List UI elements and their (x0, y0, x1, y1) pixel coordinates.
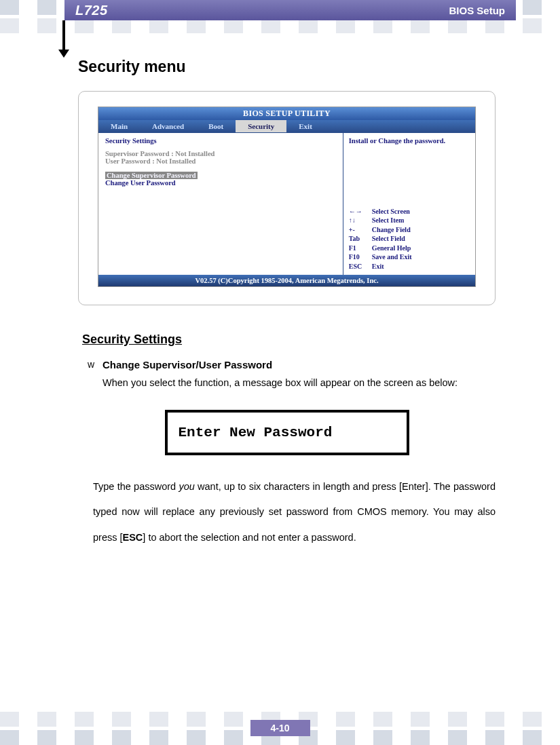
paragraph: Type the password you want, up to six ch… (93, 474, 496, 551)
key: +- (349, 225, 372, 235)
bios-body: Security Settings Supervisor Password : … (98, 132, 475, 275)
bullet-title: Change Supervisor/User Password (102, 359, 272, 370)
key-desc: Select Screen (372, 207, 410, 216)
text: ] to abort the selection and not enter a… (143, 532, 356, 543)
key: ESC (349, 262, 372, 271)
key-desc: Exit (372, 262, 384, 271)
page-number: 4-10 (250, 720, 310, 736)
bios-tab-security[interactable]: Security (236, 120, 286, 132)
paragraph: When you select the function, a message … (102, 370, 496, 396)
bios-help-text: Install or Change the password. (349, 137, 470, 145)
key: F1 (349, 244, 372, 253)
text-bold: ESC (123, 532, 143, 543)
bios-tab-exit[interactable]: Exit (286, 120, 324, 132)
bios-tab-boot[interactable]: Boot (196, 120, 236, 132)
key-desc: Select Item (372, 216, 404, 225)
bios-item-change-user[interactable]: Change User Password (105, 179, 336, 187)
bios-right-pane: Install or Change the password. ←→Select… (343, 133, 475, 275)
bios-item-change-supervisor[interactable]: Change Supervisor Password (105, 172, 198, 179)
bios-screenshot-frame: BIOS SETUP UTILITY Main Advanced Boot Se… (78, 91, 496, 305)
section-title: Security menu (78, 58, 496, 76)
page-header-bar: L725 BIOS Setup (64, 0, 516, 20)
text: Type the password (93, 481, 179, 492)
content-column: Security menu BIOS SETUP UTILITY Main Ad… (78, 58, 496, 698)
bios-tab-main[interactable]: Main (98, 120, 140, 132)
bios-tab-bar: Main Advanced Boot Security Exit (98, 120, 475, 132)
key-desc: General Help (372, 244, 411, 253)
key: ←→ (349, 207, 372, 216)
key-desc: Select Field (372, 234, 405, 244)
bios-window: BIOS SETUP UTILITY Main Advanced Boot Se… (98, 107, 476, 287)
text-italic: you (179, 481, 194, 492)
bios-status-line: Supervisor Password : Not Installed (105, 150, 336, 157)
key-desc: Save and Exit (372, 252, 412, 262)
bios-footer: V02.57 (C)Copyright 1985-2004, American … (98, 275, 475, 286)
decor-strip (0, 18, 560, 33)
password-prompt-box: Enter New Password (165, 410, 409, 455)
bios-title-bar: BIOS SETUP UTILITY (98, 107, 475, 120)
bios-key-legend: ←→Select Screen ↑↓Select Item +-Change F… (349, 207, 470, 271)
key: ↑↓ (349, 216, 372, 225)
bios-tab-advanced[interactable]: Advanced (140, 120, 196, 132)
gutter-arrow-icon (62, 20, 65, 51)
key: Tab (349, 234, 372, 244)
bios-left-pane: Security Settings Supervisor Password : … (98, 133, 343, 275)
bios-section-heading: Security Settings (105, 137, 336, 145)
model-label: L725 (75, 3, 108, 18)
key-desc: Change Field (372, 225, 411, 235)
key: F10 (349, 252, 372, 262)
chapter-label: BIOS Setup (449, 5, 505, 16)
bullet-row: w Change Supervisor/User Password (88, 359, 496, 370)
bios-status-line: User Password : Not Installed (105, 157, 336, 165)
subsection-title: Security Settings (82, 332, 496, 347)
bullet-icon: w (88, 359, 102, 370)
